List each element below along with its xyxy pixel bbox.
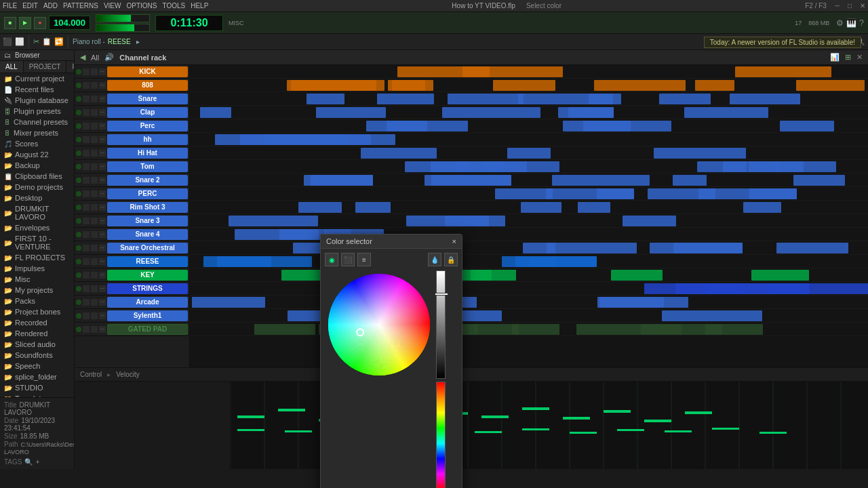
- pattern-block[interactable]: [512, 324, 559, 335]
- channel-name-label[interactable]: KEY: [107, 270, 188, 281]
- toolbar-icon-5[interactable]: 🔁: [54, 37, 64, 46]
- pattern-block[interactable]: [442, 107, 540, 118]
- channel-name-label[interactable]: Hi Hat: [107, 148, 188, 159]
- channel-mute-btn[interactable]: [83, 109, 90, 116]
- rack-speaker-icon[interactable]: 🔊: [104, 53, 114, 62]
- sidebar-item-channel_presets[interactable]: 🎚Channel presets: [0, 117, 74, 127]
- menu-tools[interactable]: TOOLS: [162, 2, 185, 9]
- midi-icon[interactable]: 🎹: [846, 18, 856, 28]
- channel-led[interactable]: [76, 205, 81, 210]
- pattern-row[interactable]: [190, 106, 868, 119]
- pattern-block[interactable]: [751, 270, 809, 281]
- pattern-block[interactable]: [523, 243, 555, 253]
- channel-name-label[interactable]: Rim Shot 3: [107, 202, 188, 213]
- pattern-block[interactable]: [231, 256, 312, 267]
- pattern-block[interactable]: [493, 80, 555, 91]
- sidebar-item-splice_folder[interactable]: 📂splice_folder: [0, 371, 74, 382]
- pattern-row[interactable]: [190, 228, 868, 241]
- channel-solo-btn[interactable]: [91, 136, 98, 143]
- channel-solo-btn[interactable]: [91, 218, 98, 224]
- channel-options-btn[interactable]: ···: [99, 312, 106, 319]
- sidebar-item-studio[interactable]: 📂STUDIO: [0, 382, 74, 393]
- pattern-row[interactable]: [190, 268, 868, 282]
- channel-options-btn[interactable]: ···: [99, 136, 106, 143]
- pattern-block[interactable]: [366, 121, 468, 131]
- channel-mute-btn[interactable]: [83, 218, 90, 224]
- pattern-row[interactable]: [190, 241, 868, 255]
- channel-mute-btn[interactable]: [83, 163, 90, 170]
- pattern-block[interactable]: [546, 188, 634, 199]
- channel-options-btn[interactable]: ···: [99, 204, 106, 211]
- channel-name-label[interactable]: 808: [107, 80, 188, 91]
- pattern-block[interactable]: [425, 175, 511, 186]
- channel-solo-btn[interactable]: [91, 285, 98, 292]
- channel-mute-btn[interactable]: [83, 204, 90, 211]
- minimize-btn[interactable]: ─: [835, 2, 840, 9]
- pattern-block[interactable]: [290, 134, 395, 145]
- channel-name-label[interactable]: Arcade: [107, 297, 188, 308]
- bpm-display[interactable]: 104.000: [49, 16, 90, 30]
- tab-plugins[interactable]: PLUGINS: [66, 61, 75, 73]
- close-btn[interactable]: ✕: [860, 2, 865, 9]
- channel-led[interactable]: [76, 83, 81, 88]
- record-btn[interactable]: ●: [34, 17, 46, 29]
- sidebar-item-packs[interactable]: 📂Packs: [0, 296, 74, 306]
- pattern-block[interactable]: [654, 148, 746, 159]
- pattern-block[interactable]: [796, 80, 865, 91]
- pattern-row[interactable]: [190, 65, 868, 79]
- channel-options-btn[interactable]: ···: [99, 190, 106, 197]
- channel-led[interactable]: [76, 150, 81, 156]
- menu-view[interactable]: VIEW: [104, 2, 121, 9]
- pattern-block[interactable]: [405, 161, 470, 172]
- channel-solo-btn[interactable]: [91, 163, 98, 170]
- sidebar-item-plugin_database[interactable]: 🔌Plugin database: [0, 95, 74, 106]
- channel-name-label[interactable]: Sylenth1: [107, 310, 188, 321]
- sidebar-item-backup[interactable]: 📂Backup: [0, 160, 74, 171]
- channel-name-label[interactable]: Clap: [107, 107, 188, 118]
- menu-help[interactable]: HELP: [191, 2, 208, 9]
- channel-led[interactable]: [76, 178, 81, 183]
- stop-btn[interactable]: ■: [4, 17, 16, 29]
- channel-mute-btn[interactable]: [83, 272, 90, 279]
- channel-options-btn[interactable]: ···: [99, 123, 106, 129]
- sidebar-item-recent_files[interactable]: 📄Recent files: [0, 84, 74, 95]
- menu-file[interactable]: FILE: [3, 2, 17, 9]
- channel-mute-btn[interactable]: [83, 258, 90, 265]
- pattern-block[interactable]: [705, 324, 763, 335]
- channel-options-btn[interactable]: ···: [99, 258, 106, 265]
- brightness-slider[interactable]: [436, 270, 446, 379]
- channel-mute-btn[interactable]: [83, 299, 90, 306]
- toolbar-icon-3[interactable]: ✂: [33, 37, 39, 46]
- play-btn[interactable]: ▶: [19, 17, 31, 29]
- channel-led[interactable]: [76, 110, 81, 115]
- channel-options-btn[interactable]: ···: [99, 299, 106, 306]
- channel-mute-btn[interactable]: [83, 190, 90, 197]
- sidebar-item-scores[interactable]: 🎵Scores: [0, 138, 74, 149]
- rack-back-btn[interactable]: ◀: [80, 53, 85, 62]
- hue-slider[interactable]: [436, 382, 446, 488]
- pattern-block[interactable]: [552, 175, 650, 186]
- sidebar-item-plugin_presets[interactable]: 🎛Plugin presets: [0, 106, 74, 117]
- brightness-handle[interactable]: [435, 293, 448, 296]
- color-wheel-canvas[interactable]: [325, 270, 433, 379]
- channel-led[interactable]: [76, 218, 81, 224]
- sidebar-item-demo_projects[interactable]: 📂Demo projects: [0, 182, 74, 192]
- pattern-block[interactable]: [495, 188, 553, 199]
- pattern-row[interactable]: [190, 119, 868, 133]
- pattern-row[interactable]: [190, 133, 868, 146]
- channel-options-btn[interactable]: ···: [99, 218, 106, 224]
- pattern-block[interactable]: [780, 121, 834, 131]
- channel-options-btn[interactable]: ···: [99, 109, 106, 116]
- channel-options-btn[interactable]: ···: [99, 326, 106, 333]
- pattern-block[interactable]: [659, 94, 711, 104]
- color-selector-close-btn[interactable]: ×: [452, 237, 456, 245]
- pattern-block[interactable]: [673, 175, 707, 186]
- channel-name-label[interactable]: Perc: [107, 121, 188, 131]
- pattern-block[interactable]: [445, 216, 489, 226]
- pattern-block[interactable]: [662, 310, 762, 321]
- help-icon[interactable]: ?: [859, 18, 864, 28]
- channel-solo-btn[interactable]: [91, 190, 98, 197]
- channel-name-label[interactable]: Snare 2: [107, 175, 188, 186]
- pattern-block[interactable]: [254, 324, 315, 335]
- sidebar-item-fl_projects[interactable]: 📂FL PROJECTS: [0, 252, 74, 263]
